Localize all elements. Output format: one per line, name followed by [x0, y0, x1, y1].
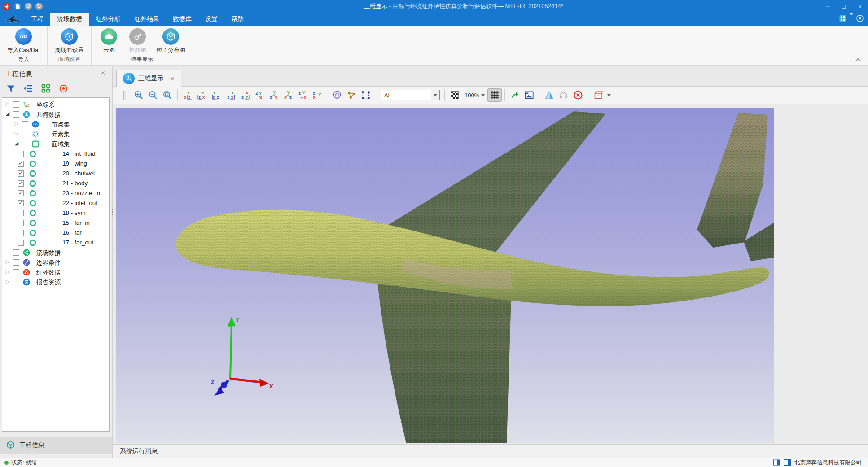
tree-item-body[interactable]: ✓21 - body	[2, 179, 109, 188]
view-top-button[interactable]: zYX	[238, 88, 252, 102]
toolbar-drag-handle[interactable]	[117, 88, 132, 102]
tree-item-int-fluid[interactable]: 14 - int_fluid	[2, 149, 109, 159]
tree-checkbox[interactable]	[18, 220, 24, 226]
perspective-camera-button[interactable]	[330, 88, 344, 102]
tree-expander-icon[interactable]: ▷	[5, 269, 10, 275]
tree-item-flow-field-data[interactable]: 流场数据	[2, 248, 109, 258]
snapshot-button[interactable]	[522, 88, 536, 102]
tree-expander-icon[interactable]: ▷	[5, 101, 10, 107]
panel-footer-bar[interactable]: 工程信息	[0, 437, 112, 454]
zoom-fit-button[interactable]	[160, 88, 175, 102]
theme-grid-icon[interactable]	[839, 15, 846, 24]
tree-expander-icon[interactable]: ▷	[5, 279, 10, 284]
help-circle-icon[interactable]	[856, 15, 864, 24]
tree-checkbox[interactable]: ✓	[18, 180, 24, 187]
surface-filter-combo[interactable]: All	[381, 90, 440, 100]
redo-icon[interactable]: ↻	[35, 3, 43, 10]
view-right-button[interactable]: zxY	[224, 88, 238, 102]
outline-list-button[interactable]	[23, 83, 34, 93]
close-button[interactable]: ×	[852, 0, 868, 13]
panel-splitter-grip[interactable]	[112, 209, 114, 215]
viewport-3d[interactable]: Y X Z	[116, 108, 774, 443]
filter-button[interactable]	[5, 83, 16, 93]
caret-down-icon[interactable]	[850, 15, 853, 23]
tree-checkbox[interactable]	[22, 141, 28, 147]
tree-checkbox[interactable]	[13, 111, 19, 118]
zoom-level-dropdown[interactable]: 100%	[462, 92, 487, 99]
tree-expander-icon[interactable]: ◢	[14, 140, 19, 146]
view-iso-2-button[interactable]: Yxz	[281, 88, 295, 102]
combo-dropdown-button[interactable]	[431, 90, 439, 100]
tree-checkbox[interactable]	[13, 269, 19, 275]
tree-expander-icon[interactable]: ▷	[14, 131, 19, 136]
tree-item-face-set[interactable]: ◢面域集	[2, 139, 109, 149]
view-left-button[interactable]: xzY	[209, 88, 224, 102]
tree-checkbox[interactable]	[18, 240, 24, 246]
tree-item-node-set[interactable]: ▷节点集	[2, 119, 109, 129]
tree-checkbox[interactable]: ✓	[18, 170, 24, 177]
tree-checkbox[interactable]: ✓	[18, 161, 24, 167]
tree-expander-icon[interactable]: ◢	[5, 111, 10, 117]
view-iso-1-button[interactable]: Yzx	[267, 88, 281, 102]
mesh-toggle-button[interactable]	[487, 88, 502, 102]
tree-checkbox[interactable]	[13, 249, 19, 256]
panel-collapse-icon[interactable]: <	[101, 70, 105, 77]
tab-close-icon[interactable]: ✕	[170, 75, 175, 82]
tree-item-far[interactable]: 16 - far	[2, 228, 109, 238]
particle-distribution-plot-button[interactable]: 粒子分布图	[153, 27, 188, 55]
tree-expander-icon[interactable]: ▷	[5, 259, 10, 265]
tree-item-chuiwei[interactable]: ✓20 - chuiwei	[2, 169, 109, 179]
tree-item-sym[interactable]: 18 - sym	[2, 208, 109, 218]
tree-checkbox[interactable]	[18, 151, 24, 157]
particle-nodes-button[interactable]	[344, 88, 359, 102]
locate-target-button[interactable]	[58, 83, 69, 93]
tree-checkbox[interactable]	[13, 279, 19, 285]
tree-item-inlet-out[interactable]: ✓22 - inlet_out	[2, 198, 109, 208]
tree-item-coordinate-system[interactable]: ▷Yzx坐标系	[2, 100, 109, 109]
contour-plot-button[interactable]: 云图	[96, 27, 122, 55]
periodic-face-settings-button[interactable]: 周期面设置	[52, 27, 87, 55]
menu-item-帮助[interactable]: 帮助	[224, 13, 250, 26]
layout-full-icon[interactable]	[784, 459, 791, 466]
import-cas-dat-button[interactable]: cas导入Cas/Dat	[4, 27, 43, 55]
tree-checkbox[interactable]	[22, 131, 28, 137]
menu-item-红外结果[interactable]: 红外结果	[127, 13, 166, 26]
view-iso-4-button[interactable]: zxY	[310, 88, 324, 102]
clear-view-button[interactable]	[571, 88, 585, 102]
app-logo-icon[interactable]	[3, 3, 10, 10]
view-iso-3-button[interactable]: zYx	[295, 88, 310, 102]
tree-checkbox[interactable]: ✓	[18, 190, 24, 196]
tree-checkbox[interactable]	[13, 101, 19, 108]
view-front-button[interactable]: xzY	[180, 88, 195, 102]
tree-item-geometry-data[interactable]: ◢几何数据	[2, 109, 109, 119]
menu-item-设置[interactable]: 设置	[198, 13, 224, 26]
tree-item-nozzle-in[interactable]: ✓23 - nozzle_in	[2, 188, 109, 198]
minimize-button[interactable]: ─	[820, 0, 836, 13]
surface-topology-button[interactable]	[557, 88, 571, 102]
section-plot-button[interactable]: 切面图	[125, 27, 151, 55]
tree-item-far-in[interactable]: 15 - far_in	[2, 218, 109, 228]
layout-split-icon[interactable]	[773, 459, 780, 466]
view-bottom-button[interactable]: ZYX	[252, 88, 267, 102]
tree-checkbox[interactable]	[18, 210, 24, 216]
box-select-button[interactable]	[359, 88, 373, 102]
menu-item-红外分析[interactable]: 红外分析	[89, 13, 127, 26]
tree-item-element-set[interactable]: ▷元素集	[2, 129, 109, 139]
tree-item-far-out[interactable]: 17 - far_out	[2, 238, 109, 248]
mirror-button[interactable]	[542, 88, 557, 102]
tab-3d-view[interactable]: 三维显示 ✕	[116, 70, 181, 87]
menu-item-流场数据[interactable]: 流场数据	[50, 13, 89, 26]
tree-expander-icon[interactable]: ▷	[14, 121, 19, 127]
package-dropdown-button[interactable]	[591, 88, 611, 102]
view-back-button[interactable]: zxY	[195, 88, 209, 102]
ribbon-collapse-button[interactable]	[855, 57, 861, 63]
tree-item-wing[interactable]: ✓19 - wing	[2, 159, 109, 169]
export-view-button[interactable]	[508, 88, 522, 102]
tree-item-report-resources[interactable]: ▷报告资源	[2, 277, 109, 287]
layout-grid-button[interactable]	[40, 83, 51, 93]
zoom-out-button[interactable]	[146, 88, 160, 102]
tree-item-boundary-conditions[interactable]: ▷边界条件	[2, 258, 109, 267]
menu-item-数据库[interactable]: 数据库	[166, 13, 198, 26]
maximize-button[interactable]: □	[836, 0, 852, 13]
tree-checkbox[interactable]: ✓	[18, 200, 24, 206]
